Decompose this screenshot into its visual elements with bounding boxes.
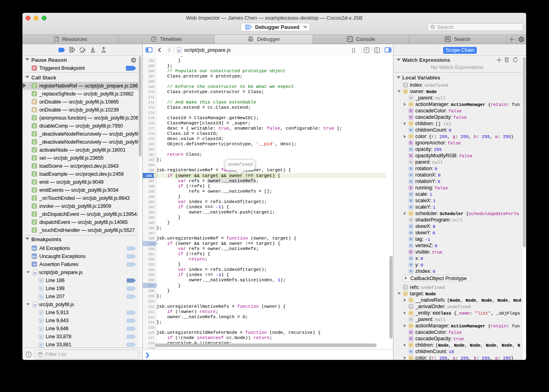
svg-text:js: js <box>34 271 36 274</box>
svg-text:js: js <box>178 49 180 52</box>
svg-text:js: js <box>34 303 36 307</box>
